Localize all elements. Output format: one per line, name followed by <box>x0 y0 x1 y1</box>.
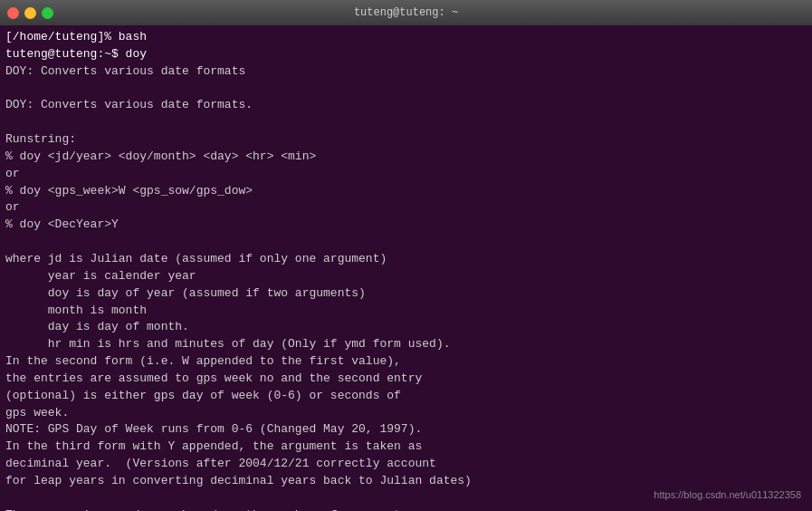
minimize-button[interactable] <box>24 7 36 19</box>
titlebar: tuteng@tuteng: ~ <box>0 0 812 25</box>
terminal-line: DOY: Converts various date formats. <box>5 97 807 114</box>
terminal-line: (optional) is either gps day of week (0-… <box>5 388 807 405</box>
terminal-line <box>5 114 807 131</box>
terminal-line: where jd is Julian date (assumed if only… <box>5 251 807 268</box>
terminal-line <box>5 234 807 251</box>
terminal-line: month is month <box>5 303 807 320</box>
maximize-button[interactable] <box>42 7 53 19</box>
terminal-body[interactable]: [/home/tuteng]% bashtuteng@tuteng:~$ doy… <box>0 25 812 511</box>
terminal-line: or <box>5 199 807 217</box>
terminal-line: The conversions made are based on the nu… <box>5 507 807 511</box>
terminal-line: % doy <jd/year> <doy/month> <day> <hr> <… <box>5 149 807 166</box>
terminal-line: DOY: Converts various date formats <box>5 63 807 81</box>
terminal-line: % doy <DecYear>Y <box>5 217 807 234</box>
window-title: tuteng@tuteng: ~ <box>354 6 458 19</box>
terminal-line: In the third form with Y appended, the a… <box>5 439 807 456</box>
terminal-line: % doy <gps_week>W <gps_sow/gps_dow> <box>5 183 807 200</box>
terminal-line: day is day of month. <box>5 319 807 336</box>
terminal-line: the entries are assumed to gps week no a… <box>5 371 807 388</box>
terminal-line: for leap years in converting deciminal y… <box>5 473 807 490</box>
window: tuteng@tuteng: ~ [/home/tuteng]% bashtut… <box>0 0 812 511</box>
terminal-line: deciminal year. (Versions after 2004/12/… <box>5 456 807 473</box>
terminal-line: gps week. <box>5 405 807 422</box>
watermark: https://blog.csdn.net/u011322358 <box>654 489 801 500</box>
terminal-line: doy is day of year (assumed if two argum… <box>5 285 807 303</box>
terminal-line: [/home/tuteng]% bash <box>5 29 807 46</box>
terminal-line: hr min is hrs and minutes of day (Only i… <box>5 336 807 353</box>
terminal-line: NOTE: GPS Day of Week runs from 0-6 (Cha… <box>5 421 807 439</box>
terminal-line: year is calender year <box>5 268 807 285</box>
terminal-line: In the second form (i.e. W appended to t… <box>5 353 807 371</box>
terminal-line: or <box>5 166 807 183</box>
close-button[interactable] <box>7 7 19 19</box>
terminal-line: Runstring: <box>5 131 807 149</box>
terminal-line <box>5 81 807 98</box>
terminal-line: tuteng@tuteng:~$ doy <box>5 46 807 63</box>
